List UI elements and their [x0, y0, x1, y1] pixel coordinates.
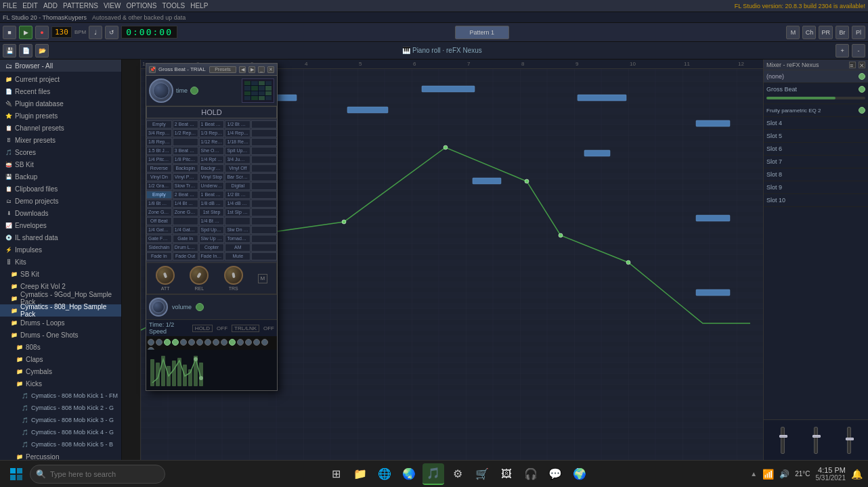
preset-empty6[interactable] [251, 147, 277, 155]
preset-mute[interactable]: Mute [225, 252, 251, 260]
rel-knob[interactable] [190, 266, 209, 285]
zoom-in-btn[interactable]: + [836, 44, 849, 57]
midi-learn-btn[interactable]: M [258, 274, 267, 283]
preset-empty8[interactable] [251, 164, 277, 172]
preset-underwater[interactable]: Underwater [199, 182, 225, 190]
preset-barscratch[interactable]: Bar Scratch [225, 173, 251, 181]
preset-slwdngate[interactable]: Slw Dn Gate [225, 226, 251, 234]
preset-empty14[interactable] [173, 217, 198, 225]
mixer-ch-slot8[interactable]: Slot 8 [764, 168, 868, 181]
preset-copter[interactable]: Copter [199, 244, 225, 252]
sidebar-item-drums-one-shots[interactable]: 📁 Drums - One Shots [0, 329, 121, 341]
ch-eq-dot[interactable] [859, 107, 865, 114]
notification-icon[interactable]: 🔔 [851, 469, 863, 480]
plugins-btn[interactable]: Pl [852, 26, 865, 39]
preset-zone2[interactable]: Zone Gate 2 [173, 208, 198, 216]
task-view-btn[interactable]: ⊞ [325, 463, 347, 485]
send-fader-track[interactable] [814, 427, 818, 454]
preset-14gatein[interactable]: 1/4 Gate In [173, 226, 198, 234]
ch3-fader-handle[interactable] [846, 438, 854, 440]
sidebar-item-recent-files[interactable]: 📄 Recent files [0, 85, 121, 97]
pattern-selector[interactable]: Pattern 1 [455, 26, 509, 39]
sidebar-item-cymatics-808hop[interactable]: 📁 Cymatics - 808_Hop Sample Pack [0, 304, 121, 317]
seq-step-2[interactable] [156, 339, 162, 346]
menu-help[interactable]: HELP [190, 2, 208, 9]
volume-knob[interactable] [149, 298, 168, 317]
preset-jumps[interactable]: 3/4 Jumps [225, 156, 251, 164]
seq-step-12[interactable] [237, 339, 244, 346]
preset-fadeinout[interactable]: Fade In Out [199, 252, 225, 260]
preset-vinylpush[interactable]: Vinyl Push [173, 173, 198, 181]
seq-step-10[interactable] [221, 339, 227, 346]
preset-empty20[interactable] [251, 252, 277, 260]
preset-empty11[interactable] [251, 191, 277, 199]
preset-empty17[interactable] [251, 226, 277, 234]
sidebar-item-drums-loops[interactable]: 📁 Drums - Loops [0, 317, 121, 329]
sidebar-item-808s[interactable]: 📁 808s [0, 341, 121, 353]
preset-am[interactable]: AM [225, 244, 251, 252]
open-btn[interactable]: 📂 [35, 44, 49, 57]
preset-slowtrap[interactable]: Slow Trapstil [173, 182, 198, 190]
taskbar-search-input[interactable] [50, 470, 145, 478]
preset-digital[interactable]: Digital [225, 182, 251, 190]
preset-empty13[interactable] [251, 208, 277, 216]
seq-step-15[interactable] [261, 339, 268, 346]
sidebar-item-downloads[interactable]: ⬇ Downloads [0, 207, 121, 219]
record-button[interactable]: ● [35, 26, 49, 39]
mixer-btn[interactable]: M [786, 26, 800, 39]
menu-options[interactable]: OPTIONS [126, 2, 156, 9]
sidebar-item-sb-kit2[interactable]: 📁 SB Kit [0, 268, 121, 280]
preset-13[interactable]: 1/3 Repeat [199, 129, 225, 137]
sidebar-item-kits[interactable]: 🎛 Kits [0, 256, 121, 268]
sidebar-item-envelopes[interactable]: 📈 Envelopes [0, 219, 121, 231]
seq-step-16[interactable] [148, 347, 154, 350]
zoom-out-btn[interactable]: - [852, 44, 865, 57]
menu-edit[interactable]: EDIT [22, 2, 38, 9]
preset-sheown[interactable]: She Own Rpt [199, 147, 225, 155]
mixer-ch-slot4[interactable]: Slot 4 [764, 117, 868, 130]
seq-step-1[interactable] [148, 339, 154, 346]
preset-empty10[interactable] [251, 182, 277, 190]
store-taskbar-btn[interactable]: 🛒 [471, 463, 493, 485]
preset-18btgate[interactable]: 1/8 Bt Gate [146, 200, 172, 208]
preset-vinyloff[interactable]: Vinyl Off [225, 164, 251, 172]
preset-tornadofal[interactable]: Tornado Fal [225, 235, 251, 243]
piano-roll-btn[interactable]: PR [819, 26, 833, 39]
sidebar-item-mixer-presets[interactable]: 🎚 Mixer presets [0, 134, 121, 146]
preset-empty2[interactable] [251, 120, 277, 129]
sidebar-item-kick3[interactable]: 🎵 Cymatics - 808 Mob Kick 3 - G [0, 414, 121, 426]
mixer-ch-slot7[interactable]: Slot 7 [764, 156, 868, 168]
preset-reverse[interactable]: Reverse [146, 164, 172, 172]
time-knob-value-btn[interactable] [190, 87, 198, 95]
mixer-ch-fruityeq[interactable]: Fruity parametric EQ 2 [764, 104, 868, 117]
preset-18[interactable]: 1/8 Repeat [146, 138, 172, 146]
plugin-close-btn[interactable]: ✕ [267, 66, 274, 73]
discord-taskbar-btn[interactable]: 💬 [544, 463, 566, 485]
menu-patterns[interactable]: PATTERNS [63, 2, 98, 9]
ch3-fader-track[interactable] [847, 427, 851, 454]
preset-empty15[interactable] [225, 217, 251, 225]
loop-btn[interactable]: ↺ [105, 26, 118, 39]
preset-backgrounded[interactable]: Backgrounded [199, 164, 225, 172]
metronome-btn[interactable]: ♩ [89, 26, 102, 39]
preset-12[interactable]: 1/2 Repeat [173, 129, 198, 137]
stop-button[interactable]: ■ [3, 26, 16, 39]
preset-18dbgate[interactable]: 1/8 dB Gate [199, 200, 225, 208]
sidebar-item-backup[interactable]: 💾 Backup [0, 170, 121, 183]
preset-gate-empty[interactable]: Empty [146, 191, 172, 199]
preset-empty19[interactable] [251, 244, 277, 252]
sidebar-item-channel-presets[interactable]: 📋 Channel presets [0, 122, 121, 134]
preset-spit[interactable]: Spit Up Rpt [225, 147, 251, 155]
channel-rack-btn[interactable]: Ch [802, 26, 816, 39]
file-explorer-btn[interactable]: 📁 [349, 463, 371, 485]
browser-btn[interactable]: Br [836, 26, 849, 39]
preset-1stslpfade[interactable]: 1st Slp Fade [225, 208, 251, 216]
sidebar-item-kick5[interactable]: 🎵 Cymatics - 808 Mob Kick 5 - B [0, 438, 121, 450]
preset-fadeout[interactable]: Fade Out [173, 252, 198, 260]
taskbar-search[interactable]: 🔍 [30, 465, 165, 484]
preset-2beatgate[interactable]: 2 Beat Gate [173, 191, 198, 199]
sidebar-item-plugin-database[interactable]: 🔌 Plugin database [0, 97, 121, 110]
hold-status-btn[interactable]: HOLD [192, 325, 213, 332]
sidebar-item-current-project[interactable]: 📁 Current project [0, 73, 121, 85]
mixer-close-btn[interactable]: ✕ [859, 62, 865, 68]
